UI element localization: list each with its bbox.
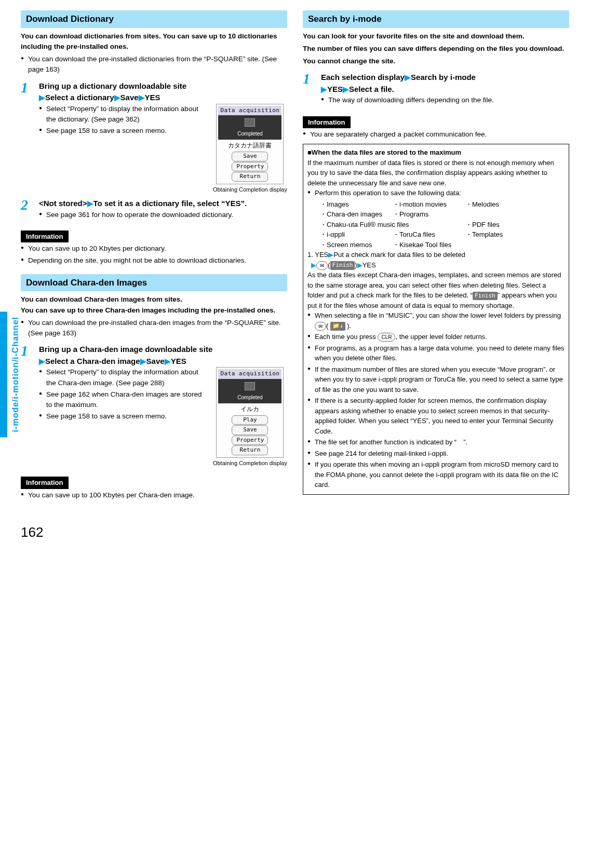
t: YES — [171, 357, 186, 365]
box-b3: For programs, as a program has a large d… — [307, 343, 565, 363]
scr-name: イルカ — [218, 403, 281, 415]
note: See page 158 to save a screen memo. — [39, 126, 208, 136]
clr-key-icon: CLR — [378, 333, 395, 342]
info-item: You are separately charged a packet comm… — [303, 129, 569, 140]
info-item: Depending on the site, you might not be … — [21, 255, 287, 266]
box-p2: Perform this operation to save the follo… — [307, 188, 565, 198]
box-b6: The file set for another function is ind… — [307, 437, 565, 447]
dt: ・i-motion movies — [393, 199, 465, 210]
t: YES — [363, 261, 376, 269]
dt: ・Melodies — [465, 199, 499, 210]
right-column: Search by i-mode You can look for your f… — [303, 10, 569, 501]
arrow-icon: ▶ — [328, 251, 333, 259]
t: <Not stored> — [39, 199, 87, 208]
chara-bullet: You can download the pre-installed chara… — [21, 318, 287, 339]
arrow-icon: ▶ — [165, 357, 171, 365]
dict-step-1: 1 Bring up a dictionary downloadable sit… — [21, 80, 287, 194]
scr-btn-save: Save — [232, 152, 268, 161]
dict-step-2: 2 <Not stored>▶To set it as a dictionary… — [21, 198, 287, 221]
arrow-icon: ▶ — [114, 93, 120, 102]
box-b4: If the maximum number of files are store… — [307, 364, 565, 395]
step-number-1: 1 — [303, 72, 316, 106]
scr-btn-play: Play — [232, 415, 268, 425]
t: Select a file. — [349, 85, 394, 93]
search-step-1: 1 Each selection display▶Search by i-mod… — [303, 72, 569, 106]
t: Each time you press — [315, 333, 378, 341]
search-step1-title: Each selection display▶Search by i-mode … — [321, 72, 569, 95]
arrow-icon: ▶ — [140, 357, 146, 365]
folder-icon: 📁↓ — [330, 322, 345, 331]
arrow-icon: ▶ — [357, 261, 363, 269]
note: See page 361 for how to operate the down… — [39, 210, 287, 220]
box-b1: When selecting a file in “MUSIC”, you ca… — [307, 310, 565, 331]
left-column: Download Dictionary You can download dic… — [21, 10, 287, 501]
header-download-charaden: Download Chara-den Images — [21, 274, 287, 292]
note: The way of downloading differs depending… — [321, 95, 569, 105]
t: To set it as a dictionary file, select “… — [93, 199, 247, 208]
note: Select “Property” to display the informa… — [39, 104, 208, 125]
t: Save — [120, 93, 139, 102]
scr-name: カタカナ語辞書 — [218, 140, 281, 151]
arrow-icon: ▶ — [321, 85, 327, 93]
t: 1. YES — [307, 251, 328, 259]
search-intro: You cannot change the site. — [303, 56, 569, 66]
scr-caption: Obtaining Completion display — [213, 459, 287, 468]
arrow-icon: ▶ — [405, 73, 411, 82]
finish-button: Finish — [330, 261, 355, 270]
dict-bullet: You can download the pre-installed dicti… — [21, 54, 287, 75]
chara-step-1: 1 Bring up a Chara-den image downloadabl… — [21, 344, 287, 467]
arrow-icon: ▶ — [39, 93, 45, 102]
dt: ・Chara-den images — [320, 209, 393, 220]
t: Each selection display — [321, 73, 405, 82]
box-seq: 1. YES▶Put a check mark for data files t… — [307, 250, 565, 270]
t: Select a dictionary — [45, 93, 114, 102]
info-item: You can save up to 20 Kbytes per diction… — [21, 243, 287, 254]
note: See page 158 to save a screen memo. — [39, 411, 208, 422]
dt: ・i-αppli — [320, 229, 393, 240]
information-label: Information — [21, 230, 69, 243]
chara-screenshot: Data acquisition Completed イルカ Play Save… — [213, 367, 287, 467]
dt: ・PDF files — [465, 220, 500, 230]
chara-step1-title: Bring up a Chara-den image downloadable … — [39, 344, 287, 367]
chara-intro: You can download Chara-den images from s… — [21, 294, 287, 316]
t: Bring up a dictionary downloadable site — [39, 82, 186, 90]
scr-btn-return: Return — [232, 172, 268, 182]
search-intro: The number of files you can save differs… — [303, 44, 569, 54]
t: When selecting a file in “MUSIC”, you ca… — [315, 311, 561, 319]
mail-key-icon: ✉ — [316, 261, 328, 270]
box-b2: Each time you press CLR, the upper level… — [307, 332, 565, 342]
step-number-2: 2 — [21, 198, 34, 221]
page-number: 162 — [21, 522, 569, 542]
header-search-imode: Search by i-mode — [303, 10, 569, 28]
t: Search by i-mode — [411, 73, 476, 82]
t: When the data files are stored to the ma… — [312, 148, 461, 156]
dict-step1-title: Bring up a dictionary downloadable site … — [39, 80, 287, 104]
header-download-dictionary: Download Dictionary — [21, 10, 287, 28]
arrow-icon: ▶ — [343, 85, 349, 93]
t: Bring up a Chara-den image downloadable … — [39, 345, 212, 354]
t: . — [350, 322, 352, 330]
dt: ・Screen memos — [320, 240, 393, 250]
t: Put a check mark for data files to be de… — [333, 251, 465, 259]
dt: ・Kisekae Tool files — [393, 240, 451, 250]
arrow-icon: ▶ — [139, 93, 145, 102]
dict-intro: You can download dictionaries from sites… — [21, 31, 287, 52]
note: Select “Property” to display the informa… — [39, 367, 208, 388]
dt: ・Templates — [465, 229, 503, 240]
box-b8: If you operate this when moving an i-αpp… — [307, 459, 565, 490]
t: , the upper level folder returns. — [395, 333, 487, 341]
scr-btn-save: Save — [232, 425, 268, 435]
box-p1: If the maximum number of data files is s… — [307, 158, 565, 188]
t: Select a Chara-den image — [45, 357, 140, 365]
information-label: Information — [21, 477, 69, 489]
dt: ・Images — [320, 199, 393, 210]
search-intro: You can look for your favorite files on … — [303, 31, 569, 42]
scr-title: Data acquisition — [218, 369, 281, 379]
t: Save — [146, 357, 165, 365]
info-item: You can save up to 100 Kbytes per Chara-… — [21, 490, 287, 500]
t: YES — [145, 93, 160, 102]
data-types: ・Images・i-motion movies・Melodies ・Chara-… — [307, 199, 565, 250]
finish-button: Finish — [473, 292, 498, 301]
t: YES — [327, 85, 343, 93]
scr-btn-return: Return — [232, 445, 268, 455]
